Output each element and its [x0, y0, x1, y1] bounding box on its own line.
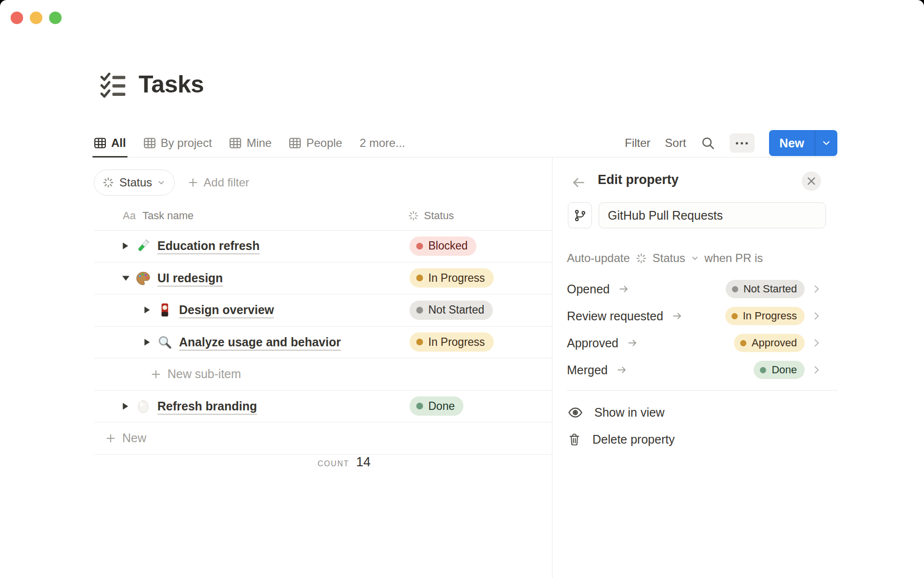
table-row[interactable]: Refresh branding Done: [94, 391, 552, 423]
status-dot: [760, 367, 766, 373]
chevron-down-icon: [821, 138, 831, 148]
panel-actions: Show in view Delete property: [568, 399, 837, 453]
table-row[interactable]: Analyze usage and behavior In Progress: [94, 327, 552, 359]
add-filter-label: Add filter: [204, 176, 249, 189]
count-footer[interactable]: COUNT 14: [318, 455, 371, 470]
delete-property-button[interactable]: Delete property: [568, 426, 837, 453]
minimize-window-button[interactable]: [30, 12, 42, 24]
table-icon: [229, 137, 242, 149]
zoom-window-button[interactable]: [49, 12, 62, 24]
task-title-link[interactable]: Design overview: [179, 303, 274, 317]
view-tabs: All By project Mine: [94, 129, 405, 157]
eye-icon: [568, 405, 583, 420]
status-dot: [732, 286, 738, 292]
property-name-input[interactable]: [599, 202, 826, 228]
pr-event-label: Review requested: [567, 309, 663, 323]
mapping-row-approved[interactable]: Approved Approved: [567, 329, 837, 356]
pr-event-label: Opened: [567, 282, 610, 296]
sort-button[interactable]: Sort: [665, 136, 686, 150]
close-panel-button[interactable]: [802, 171, 821, 191]
status-spinner-icon: [102, 176, 115, 189]
status-badge[interactable]: Done: [754, 361, 805, 379]
tab-people[interactable]: People: [289, 129, 342, 157]
tab-label: Mine: [246, 136, 271, 150]
status-dot: [740, 340, 746, 346]
chevron-right-icon[interactable]: [812, 338, 821, 348]
flower-card-emoji: [157, 302, 172, 317]
column-label: Task name: [142, 210, 193, 222]
task-title-link[interactable]: Analyze usage and behavior: [179, 335, 341, 349]
action-label: Show in view: [594, 406, 665, 420]
status-dot: [416, 243, 423, 250]
expand-toggle-icon[interactable]: [122, 242, 130, 250]
chevron-right-icon[interactable]: [812, 284, 821, 294]
tab-all[interactable]: All: [94, 129, 126, 157]
expand-toggle-icon[interactable]: [122, 402, 130, 410]
chevron-right-icon[interactable]: [812, 311, 821, 321]
page-title: Tasks: [139, 70, 204, 98]
count-value: 14: [356, 455, 371, 470]
more-options-button[interactable]: [730, 133, 755, 153]
checklist-icon: [99, 70, 127, 98]
status-badge[interactable]: Done: [410, 396, 463, 416]
tab-mine[interactable]: Mine: [229, 129, 271, 157]
expand-toggle-icon[interactable]: [143, 338, 152, 346]
status-filter-chip[interactable]: Status: [94, 170, 175, 196]
auto-update-prefix: Auto-update: [567, 251, 630, 265]
status-badge[interactable]: Not Started: [726, 280, 805, 298]
more-tabs-button[interactable]: 2 more...: [359, 136, 405, 150]
property-icon-button[interactable]: [568, 202, 592, 228]
task-title-link[interactable]: UI redesign: [157, 271, 223, 285]
column-header-task-name[interactable]: Aa Task name: [123, 210, 193, 222]
status-spinner-icon: [408, 210, 419, 222]
tab-by-project[interactable]: By project: [143, 129, 212, 157]
task-title-link[interactable]: Education refresh: [157, 239, 260, 253]
collapse-toggle-icon[interactable]: [122, 275, 130, 281]
tab-label: By project: [161, 136, 212, 150]
status-badge[interactable]: Not Started: [410, 301, 493, 320]
status-badge[interactable]: In Progress: [410, 332, 494, 352]
mapping-row-opened[interactable]: Opened Not Started: [567, 276, 837, 302]
status-dot: [416, 307, 423, 314]
table-header: Aa Task name Status: [94, 202, 552, 231]
magnifying-glass-emoji: [157, 335, 172, 350]
table-row[interactable]: Education refresh Blocked: [94, 230, 552, 263]
table-row[interactable]: Design overview Not Started: [94, 294, 552, 327]
expand-toggle-icon[interactable]: [143, 306, 152, 314]
auto-update-status-select[interactable]: Status: [653, 251, 685, 265]
auto-update-suffix: when PR is: [705, 251, 763, 265]
git-branch-icon: [574, 209, 587, 222]
new-button[interactable]: New: [769, 130, 815, 156]
status-badge[interactable]: Approved: [734, 334, 805, 352]
show-in-view-button[interactable]: Show in view: [568, 399, 837, 426]
table-row[interactable]: UI redesign In Progress: [94, 263, 552, 295]
search-icon[interactable]: [701, 136, 715, 150]
chevron-right-icon[interactable]: [812, 365, 821, 375]
count-label: COUNT: [318, 460, 349, 468]
table-icon: [143, 137, 156, 149]
status-badge[interactable]: In Progress: [725, 307, 805, 325]
new-sub-item-row[interactable]: New sub-item: [94, 358, 552, 391]
column-header-status[interactable]: Status: [408, 210, 454, 222]
test-tube-emoji: [136, 238, 151, 253]
table-body: Education refresh Blocked UI redesign In…: [94, 230, 552, 455]
table-icon: [94, 137, 106, 149]
mapping-row-review-requested[interactable]: Review requested In Progress: [567, 302, 837, 329]
tab-label: People: [306, 136, 342, 150]
close-window-button[interactable]: [11, 12, 23, 24]
pr-status-mappings: Opened Not Started Review requested In P…: [567, 276, 837, 383]
new-dropdown-button[interactable]: [815, 130, 837, 156]
filter-button[interactable]: Filter: [625, 136, 650, 150]
task-title-link[interactable]: Refresh branding: [157, 399, 257, 413]
arrow-right-icon: [627, 337, 638, 349]
status-badge[interactable]: Blocked: [410, 236, 476, 256]
add-filter-button[interactable]: Add filter: [187, 176, 249, 189]
new-row[interactable]: New: [94, 422, 552, 455]
table-icon: [289, 137, 301, 149]
panel-title: Edit property: [598, 172, 679, 187]
status-badge[interactable]: In Progress: [410, 268, 494, 288]
app-window: Tasks All By project: [0, 0, 924, 578]
mapping-row-merged[interactable]: Merged Done: [567, 356, 837, 383]
back-button[interactable]: [571, 175, 586, 190]
new-button-group: New: [769, 130, 837, 156]
